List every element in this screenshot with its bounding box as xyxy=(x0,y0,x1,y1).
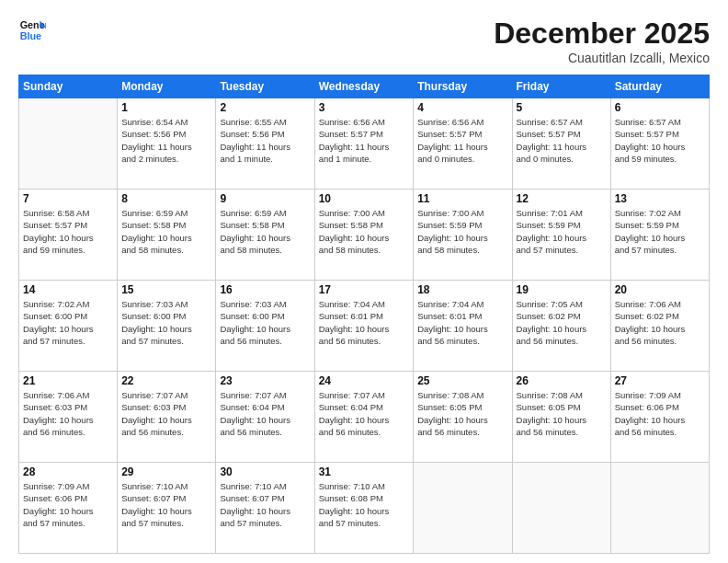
calendar-cell xyxy=(512,463,610,554)
day-info: Sunrise: 6:56 AM Sunset: 5:57 PM Dayligh… xyxy=(417,116,507,165)
day-info: Sunrise: 6:58 AM Sunset: 5:57 PM Dayligh… xyxy=(23,207,113,256)
day-info: Sunrise: 7:09 AM Sunset: 6:06 PM Dayligh… xyxy=(615,389,705,438)
calendar-header-wednesday: Wednesday xyxy=(314,75,414,98)
calendar-header-monday: Monday xyxy=(118,75,216,98)
day-number: 31 xyxy=(319,465,410,478)
day-info: Sunrise: 7:10 AM Sunset: 6:07 PM Dayligh… xyxy=(121,480,211,529)
month-title: December 2025 xyxy=(494,17,710,51)
header: General Blue December 2025 Cuautitlan Iz… xyxy=(18,17,710,65)
day-number: 24 xyxy=(319,374,410,387)
day-number: 9 xyxy=(220,192,310,205)
day-number: 8 xyxy=(121,192,211,205)
day-number: 11 xyxy=(417,192,507,205)
day-number: 6 xyxy=(615,101,705,114)
calendar-cell: 26Sunrise: 7:08 AM Sunset: 6:05 PM Dayli… xyxy=(512,372,610,463)
day-number: 15 xyxy=(121,283,211,296)
calendar-cell xyxy=(19,98,118,190)
calendar-week-2: 7Sunrise: 6:58 AM Sunset: 5:57 PM Daylig… xyxy=(19,190,710,281)
calendar-cell: 15Sunrise: 7:03 AM Sunset: 6:00 PM Dayli… xyxy=(118,281,216,372)
day-info: Sunrise: 6:54 AM Sunset: 5:56 PM Dayligh… xyxy=(121,116,211,165)
calendar-cell: 23Sunrise: 7:07 AM Sunset: 6:04 PM Dayli… xyxy=(216,372,314,463)
logo-icon: General Blue xyxy=(18,17,46,44)
day-info: Sunrise: 7:03 AM Sunset: 6:00 PM Dayligh… xyxy=(121,298,211,347)
day-number: 12 xyxy=(517,192,607,205)
day-info: Sunrise: 7:02 AM Sunset: 6:00 PM Dayligh… xyxy=(23,298,113,347)
day-number: 23 xyxy=(220,374,310,387)
calendar-cell: 17Sunrise: 7:04 AM Sunset: 6:01 PM Dayli… xyxy=(314,281,414,372)
day-info: Sunrise: 7:07 AM Sunset: 6:04 PM Dayligh… xyxy=(319,389,410,438)
calendar-cell: 11Sunrise: 7:00 AM Sunset: 5:59 PM Dayli… xyxy=(414,190,512,281)
calendar-cell: 27Sunrise: 7:09 AM Sunset: 6:06 PM Dayli… xyxy=(610,372,709,463)
calendar-header-saturday: Saturday xyxy=(610,75,709,98)
day-info: Sunrise: 7:00 AM Sunset: 5:59 PM Dayligh… xyxy=(417,207,507,256)
calendar-cell: 28Sunrise: 7:09 AM Sunset: 6:06 PM Dayli… xyxy=(19,463,118,554)
calendar-cell: 31Sunrise: 7:10 AM Sunset: 6:08 PM Dayli… xyxy=(314,463,414,554)
day-info: Sunrise: 7:06 AM Sunset: 6:02 PM Dayligh… xyxy=(615,298,705,347)
day-number: 19 xyxy=(517,283,607,296)
calendar-week-1: 1Sunrise: 6:54 AM Sunset: 5:56 PM Daylig… xyxy=(19,98,710,190)
calendar-cell: 29Sunrise: 7:10 AM Sunset: 6:07 PM Dayli… xyxy=(118,463,216,554)
day-info: Sunrise: 7:10 AM Sunset: 6:08 PM Dayligh… xyxy=(319,480,410,529)
day-number: 21 xyxy=(23,374,113,387)
calendar-cell: 5Sunrise: 6:57 AM Sunset: 5:57 PM Daylig… xyxy=(512,98,610,190)
day-number: 29 xyxy=(121,465,211,478)
subtitle: Cuautitlan Izcalli, Mexico xyxy=(494,51,710,65)
calendar-cell: 10Sunrise: 7:00 AM Sunset: 5:58 PM Dayli… xyxy=(314,190,414,281)
day-info: Sunrise: 7:08 AM Sunset: 6:05 PM Dayligh… xyxy=(417,389,507,438)
calendar-cell: 21Sunrise: 7:06 AM Sunset: 6:03 PM Dayli… xyxy=(19,372,118,463)
page: General Blue December 2025 Cuautitlan Iz… xyxy=(0,0,728,563)
day-number: 18 xyxy=(417,283,507,296)
day-number: 5 xyxy=(517,101,607,114)
day-number: 14 xyxy=(23,283,113,296)
day-number: 30 xyxy=(220,465,310,478)
day-number: 28 xyxy=(23,465,113,478)
title-block: December 2025 Cuautitlan Izcalli, Mexico xyxy=(494,17,710,65)
calendar-header-row: SundayMondayTuesdayWednesdayThursdayFrid… xyxy=(19,75,710,98)
day-info: Sunrise: 7:10 AM Sunset: 6:07 PM Dayligh… xyxy=(220,480,310,529)
day-info: Sunrise: 6:57 AM Sunset: 5:57 PM Dayligh… xyxy=(615,116,705,165)
calendar-cell xyxy=(610,463,709,554)
day-number: 25 xyxy=(417,374,507,387)
day-info: Sunrise: 7:05 AM Sunset: 6:02 PM Dayligh… xyxy=(517,298,607,347)
calendar-cell: 12Sunrise: 7:01 AM Sunset: 5:59 PM Dayli… xyxy=(512,190,610,281)
day-info: Sunrise: 6:56 AM Sunset: 5:57 PM Dayligh… xyxy=(319,116,410,165)
day-number: 17 xyxy=(319,283,410,296)
calendar-cell: 4Sunrise: 6:56 AM Sunset: 5:57 PM Daylig… xyxy=(414,98,512,190)
day-info: Sunrise: 7:04 AM Sunset: 6:01 PM Dayligh… xyxy=(417,298,507,347)
calendar-cell: 9Sunrise: 6:59 AM Sunset: 5:58 PM Daylig… xyxy=(216,190,314,281)
day-info: Sunrise: 6:55 AM Sunset: 5:56 PM Dayligh… xyxy=(220,116,310,165)
day-number: 1 xyxy=(121,101,211,114)
day-info: Sunrise: 7:01 AM Sunset: 5:59 PM Dayligh… xyxy=(517,207,607,256)
day-info: Sunrise: 6:59 AM Sunset: 5:58 PM Dayligh… xyxy=(220,207,310,256)
calendar-cell: 18Sunrise: 7:04 AM Sunset: 6:01 PM Dayli… xyxy=(414,281,512,372)
day-info: Sunrise: 6:59 AM Sunset: 5:58 PM Dayligh… xyxy=(121,207,211,256)
day-info: Sunrise: 7:09 AM Sunset: 6:06 PM Dayligh… xyxy=(23,480,113,529)
day-number: 26 xyxy=(517,374,607,387)
calendar-cell: 14Sunrise: 7:02 AM Sunset: 6:00 PM Dayli… xyxy=(19,281,118,372)
day-info: Sunrise: 7:03 AM Sunset: 6:00 PM Dayligh… xyxy=(220,298,310,347)
calendar-cell: 2Sunrise: 6:55 AM Sunset: 5:56 PM Daylig… xyxy=(216,98,314,190)
day-number: 22 xyxy=(121,374,211,387)
calendar-week-3: 14Sunrise: 7:02 AM Sunset: 6:00 PM Dayli… xyxy=(19,281,710,372)
calendar-table: SundayMondayTuesdayWednesdayThursdayFrid… xyxy=(18,75,710,554)
calendar-cell: 30Sunrise: 7:10 AM Sunset: 6:07 PM Dayli… xyxy=(216,463,314,554)
day-number: 4 xyxy=(417,101,507,114)
day-info: Sunrise: 7:06 AM Sunset: 6:03 PM Dayligh… xyxy=(23,389,113,438)
day-info: Sunrise: 6:57 AM Sunset: 5:57 PM Dayligh… xyxy=(517,116,607,165)
day-number: 10 xyxy=(319,192,410,205)
day-number: 16 xyxy=(220,283,310,296)
calendar-header-sunday: Sunday xyxy=(19,75,118,98)
calendar-header-tuesday: Tuesday xyxy=(216,75,314,98)
calendar-week-4: 21Sunrise: 7:06 AM Sunset: 6:03 PM Dayli… xyxy=(19,372,710,463)
calendar-cell: 19Sunrise: 7:05 AM Sunset: 6:02 PM Dayli… xyxy=(512,281,610,372)
calendar-cell: 8Sunrise: 6:59 AM Sunset: 5:58 PM Daylig… xyxy=(118,190,216,281)
calendar-cell: 1Sunrise: 6:54 AM Sunset: 5:56 PM Daylig… xyxy=(118,98,216,190)
calendar-header-thursday: Thursday xyxy=(414,75,512,98)
calendar-header-friday: Friday xyxy=(512,75,610,98)
calendar-cell: 6Sunrise: 6:57 AM Sunset: 5:57 PM Daylig… xyxy=(610,98,709,190)
calendar-cell: 25Sunrise: 7:08 AM Sunset: 6:05 PM Dayli… xyxy=(414,372,512,463)
calendar-cell xyxy=(414,463,512,554)
calendar-cell: 16Sunrise: 7:03 AM Sunset: 6:00 PM Dayli… xyxy=(216,281,314,372)
svg-text:Blue: Blue xyxy=(20,30,41,41)
day-info: Sunrise: 7:07 AM Sunset: 6:03 PM Dayligh… xyxy=(121,389,211,438)
